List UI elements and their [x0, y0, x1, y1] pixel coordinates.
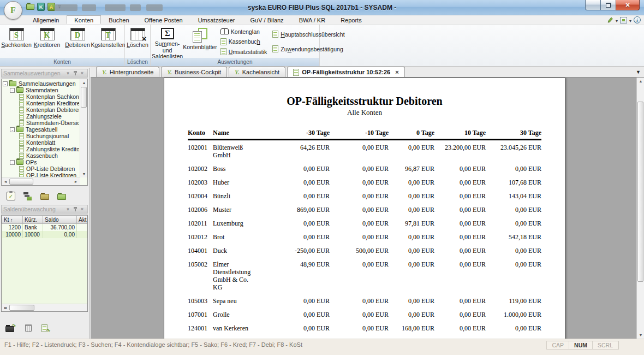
tree-vertical-scrollbar[interactable]: ▲ ▼: [80, 79, 87, 177]
pencil-icon[interactable]: [607, 16, 613, 23]
panel-menu-caret-icon[interactable]: [64, 206, 71, 212]
panel-menu-caret-icon[interactable]: [64, 70, 71, 76]
tree-expand-icon[interactable]: [10, 160, 15, 165]
tree-item[interactable]: Sammelauswertungen: [3, 80, 79, 87]
tree-item[interactable]: Zahlungsliste Kreditoren: [3, 146, 79, 152]
open-folder-icon[interactable]: [26, 4, 34, 10]
tree-item[interactable]: Kontenplan Kreditoren: [3, 100, 79, 106]
tree-item[interactable]: Stammdaten-Übersicht: [3, 120, 79, 126]
scroll-up-icon[interactable]: ▲: [80, 79, 88, 86]
kreditoren-button[interactable]: K Kreditoren: [32, 26, 62, 57]
umsatzstatistik-button[interactable]: Umsatzstatistik: [219, 47, 269, 56]
saldo-col-kt[interactable]: Kt: [2, 216, 23, 224]
panel-pin-icon[interactable]: [71, 206, 79, 212]
ribbon-tab[interactable]: Allgemein: [25, 15, 67, 24]
tree-item[interactable]: Kassenbuch: [3, 152, 79, 159]
folder-icon: [16, 127, 23, 132]
saldo-col-akt[interactable]: Akt: [77, 216, 87, 224]
tree-item[interactable]: OP-Liste Kreditoren: [3, 172, 79, 177]
redacted-text: [82, 4, 96, 11]
close-tab-icon[interactable]: [395, 69, 398, 75]
scroll-left-icon[interactable]: ◄: [2, 178, 9, 185]
cell-m10: 0,00 EUR: [330, 294, 389, 307]
loeschen-button[interactable]: Löschen: [126, 26, 149, 57]
help-info-icon[interactable]: [634, 16, 641, 23]
ribbon-tab[interactable]: Umsatzsteuer: [190, 15, 243, 24]
scroll-down-icon[interactable]: ▼: [80, 170, 88, 177]
saldo-horizontal-scrollbar[interactable]: ◄ ►: [2, 304, 87, 311]
scrollbar-thumb[interactable]: [637, 102, 643, 282]
ribbon-tab[interactable]: GuV / Bilanz: [242, 15, 291, 24]
tree-item[interactable]: Zahlungsziele: [3, 113, 79, 120]
cell-m30: 0,00 EUR: [264, 294, 330, 307]
tree-item[interactable]: OP-Liste Debitoren: [3, 165, 79, 172]
export-document-icon[interactable]: [41, 324, 47, 332]
ribbon-tab[interactable]: Buchen: [101, 15, 136, 24]
app-menu-orb[interactable]: F: [4, 1, 22, 20]
scroll-up-icon[interactable]: ▲: [637, 78, 644, 85]
tree-expand-icon[interactable]: [3, 81, 8, 86]
kreditoren-book-icon[interactable]: [37, 3, 45, 11]
tab-overflow-dropdown-icon[interactable]: [636, 69, 641, 75]
close-button[interactable]: [616, 0, 640, 10]
cell-name: Muster: [213, 203, 264, 216]
document-tab[interactable]: Business-Cockpit: [161, 67, 227, 77]
scrollbar-thumb[interactable]: [9, 305, 34, 311]
document-tab[interactable]: OP-Fälligkeitsstruktur 10:52:26: [287, 67, 404, 77]
kostenstellen-button[interactable]: T Kostenstellen: [93, 26, 123, 57]
kassenbuch-button[interactable]: Kassenbuch: [219, 37, 269, 46]
window-layout-icon[interactable]: [620, 17, 627, 23]
tree-item[interactable]: Kontenblatt: [3, 139, 79, 146]
summen-saldenlisten-button[interactable]: Summen- und Saldenlisten: [152, 26, 183, 57]
sachkonten-button[interactable]: S Sachkonten: [1, 26, 32, 57]
panel-pin-icon[interactable]: [71, 70, 79, 76]
scrollbar-thumb[interactable]: [9, 179, 33, 185]
scroll-right-icon[interactable]: ►: [2, 304, 9, 311]
document-tab[interactable]: Hintergrundseite: [96, 67, 159, 77]
saldo-row[interactable]: 1200 Bank 36.700,00: [2, 224, 87, 231]
debitoren-book-icon[interactable]: [47, 3, 55, 11]
ribbon-tab[interactable]: Reports: [333, 15, 369, 24]
save-batch-icon[interactable]: [23, 192, 32, 200]
layout-dropdown-caret-icon[interactable]: [629, 17, 631, 23]
ribbon-tab[interactable]: Konten: [67, 15, 101, 24]
restore-button[interactable]: [600, 0, 616, 10]
tree-item[interactable]: Kontenplan Sachkonten: [3, 93, 79, 100]
scrollbar-thumb[interactable]: [81, 87, 87, 108]
ribbon-tab[interactable]: Offene Posten: [137, 15, 190, 24]
group-label-auswertungen: Auswertungen: [151, 58, 319, 66]
tree-horizontal-scrollbar[interactable]: ◄ ►: [2, 177, 80, 185]
hauptabschlussuebersicht-button[interactable]: Hauptabschlussübersicht: [271, 29, 345, 39]
scroll-right-icon[interactable]: ►: [72, 178, 80, 185]
export-folder-icon[interactable]: [5, 326, 14, 332]
checklist-icon[interactable]: [7, 192, 15, 200]
saldo-col-kurz[interactable]: Kürz.: [23, 216, 43, 224]
document-vertical-scrollbar[interactable]: ▲ ▼: [636, 78, 644, 339]
trash-icon[interactable]: [25, 324, 32, 332]
ribbon-tab[interactable]: BWA / KR: [291, 15, 333, 24]
document-tab[interactable]: Kachelansicht: [229, 67, 285, 77]
tree-item[interactable]: Buchungsjournal: [3, 133, 79, 139]
syska-logo-icon: [167, 69, 172, 75]
open-folder-icon[interactable]: [40, 194, 49, 200]
kontenplan-button[interactable]: Kontenplan: [219, 27, 269, 36]
report-row: 102011 Luxemburg 0,00 EUR 0,00 EUR 97,81…: [188, 216, 541, 230]
scroll-down-icon[interactable]: ▼: [637, 332, 644, 339]
panel-close-icon[interactable]: [79, 206, 86, 212]
minimize-button[interactable]: [585, 0, 601, 10]
tree-item[interactable]: Tagesaktuell: [3, 126, 79, 133]
tree-expand-icon[interactable]: [10, 88, 15, 93]
zuwendungsbestaetigung-button[interactable]: Zuwendungsbestätigung: [271, 44, 345, 54]
cell-name: Huber: [213, 175, 264, 189]
tree-item[interactable]: OPs: [3, 159, 79, 165]
pencil-dropdown-caret-icon[interactable]: [616, 17, 618, 23]
panel-close-icon[interactable]: [79, 70, 86, 76]
debitoren-button[interactable]: D Debitoren: [62, 26, 93, 57]
tree-item[interactable]: Stammdaten: [3, 87, 79, 93]
kontenblaetter-button[interactable]: Kontenblätter: [183, 26, 217, 57]
saldo-row[interactable]: 10000 10000 0,00: [2, 231, 87, 238]
tree-expand-icon[interactable]: [10, 127, 15, 132]
saldo-col-saldo[interactable]: Saldo: [43, 216, 77, 224]
tree-item[interactable]: Kontenplan Debitoren: [3, 106, 79, 113]
new-folder-icon[interactable]: [57, 194, 66, 200]
